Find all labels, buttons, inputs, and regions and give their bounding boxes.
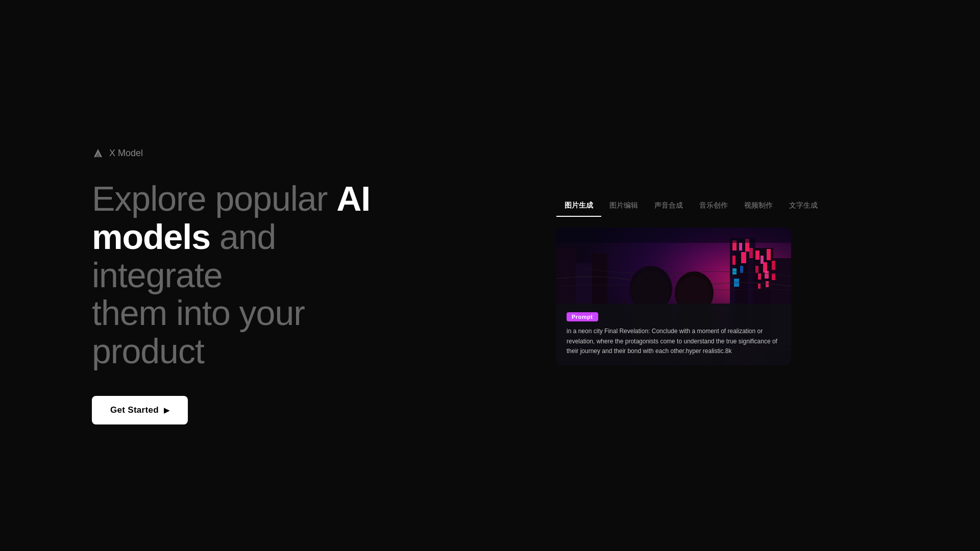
- brand-name: X Model: [109, 148, 143, 159]
- page-container: X Model Explore popular AI models and in…: [0, 0, 980, 551]
- hero-headline: Explore popular AI models and integrate …: [92, 180, 408, 370]
- tab-voice-synthesis[interactable]: 声音合成: [646, 196, 691, 215]
- headline-line1-light: Explore popular: [92, 179, 336, 218]
- prompt-overlay: Prompt in a neon city Final Revelation: …: [556, 304, 791, 365]
- tab-music-create[interactable]: 音乐创作: [691, 196, 736, 215]
- image-card: Prompt in a neon city Final Revelation: …: [556, 228, 791, 365]
- play-icon: ▶: [164, 406, 169, 414]
- svg-rect-44: [556, 228, 791, 243]
- brand-icon: [92, 147, 104, 159]
- tab-image-edit[interactable]: 图片编辑: [601, 196, 646, 215]
- brand-label: X Model: [92, 147, 408, 159]
- prompt-badge: Prompt: [567, 312, 598, 321]
- tabs-container: 图片生成 图片编辑 声音合成 音乐创作 视频制作 文字生成: [556, 196, 791, 215]
- headline-line1-bold: AI: [336, 179, 370, 218]
- right-content: 图片生成 图片编辑 声音合成 音乐创作 视频制作 文字生成: [408, 186, 980, 365]
- tab-text-generate[interactable]: 文字生成: [781, 196, 826, 215]
- headline-line3: them into your product: [92, 293, 305, 370]
- prompt-text: in a neon city Final Revelation: Conclud…: [567, 327, 781, 356]
- tab-image-generate[interactable]: 图片生成: [556, 196, 601, 215]
- cta-label: Get Started: [110, 405, 159, 415]
- headline-line2-bold: models: [92, 217, 210, 256]
- left-content: X Model Explore popular AI models and in…: [0, 127, 408, 424]
- tab-video-produce[interactable]: 视频制作: [736, 196, 781, 215]
- get-started-button[interactable]: Get Started ▶: [92, 396, 188, 424]
